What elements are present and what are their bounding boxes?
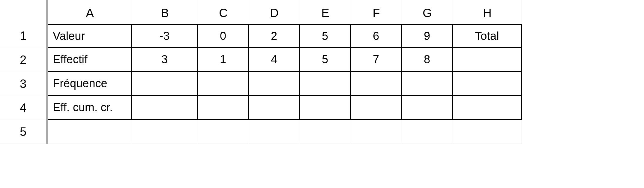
cell-F5[interactable] — [351, 120, 402, 144]
col-header-C[interactable]: C — [198, 0, 249, 27]
cell-C1[interactable]: 0 — [198, 24, 249, 48]
cell-E2[interactable]: 5 — [300, 48, 351, 72]
cell-F2[interactable]: 7 — [351, 48, 402, 72]
col-header-D[interactable]: D — [249, 0, 300, 27]
cell-B4[interactable] — [132, 96, 198, 120]
cell-B2[interactable]: 3 — [132, 48, 198, 72]
row-header-4[interactable]: 4 — [0, 96, 48, 120]
cell-C2[interactable]: 1 — [198, 48, 249, 72]
row-header-3[interactable]: 3 — [0, 72, 48, 96]
col-header-E[interactable]: E — [300, 0, 351, 27]
cell-F1[interactable]: 6 — [351, 24, 402, 48]
row-header-2[interactable]: 2 — [0, 48, 48, 72]
cell-A1[interactable]: Valeur — [48, 24, 132, 48]
cell-E1[interactable]: 5 — [300, 24, 351, 48]
cell-B1[interactable]: -3 — [132, 24, 198, 48]
cell-D5[interactable] — [249, 120, 300, 144]
cell-A5[interactable] — [48, 120, 132, 144]
cell-D1[interactable]: 2 — [249, 24, 300, 48]
row-header-1[interactable]: 1 — [0, 24, 48, 48]
cell-F3[interactable] — [351, 72, 402, 96]
cell-G3[interactable] — [402, 72, 453, 96]
spreadsheet-grid[interactable]: A B C D E F G H 1 Valeur -3 0 2 5 6 9 To… — [0, 0, 644, 144]
col-header-H[interactable]: H — [453, 0, 522, 27]
cell-G5[interactable] — [402, 120, 453, 144]
cell-E3[interactable] — [300, 72, 351, 96]
cell-A4[interactable]: Eff. cum. cr. — [48, 96, 132, 120]
cell-C3[interactable] — [198, 72, 249, 96]
cell-B5[interactable] — [132, 120, 198, 144]
cell-G1[interactable]: 9 — [402, 24, 453, 48]
cell-H4[interactable] — [453, 96, 522, 120]
col-header-F[interactable]: F — [351, 0, 402, 27]
col-header-A[interactable]: A — [48, 0, 132, 27]
select-all-corner[interactable] — [0, 0, 48, 27]
cell-D4[interactable] — [249, 96, 300, 120]
cell-H1[interactable]: Total — [453, 24, 522, 48]
cell-E5[interactable] — [300, 120, 351, 144]
row-header-5[interactable]: 5 — [0, 120, 48, 144]
cell-E4[interactable] — [300, 96, 351, 120]
cell-C5[interactable] — [198, 120, 249, 144]
cell-D2[interactable]: 4 — [249, 48, 300, 72]
cell-H2[interactable] — [453, 48, 522, 72]
cell-D3[interactable] — [249, 72, 300, 96]
cell-A3[interactable]: Fréquence — [48, 72, 132, 96]
cell-H5[interactable] — [453, 120, 522, 144]
col-header-G[interactable]: G — [402, 0, 453, 27]
cell-F4[interactable] — [351, 96, 402, 120]
cell-H3[interactable] — [453, 72, 522, 96]
col-header-B[interactable]: B — [132, 0, 198, 27]
cell-G2[interactable]: 8 — [402, 48, 453, 72]
cell-G4[interactable] — [402, 96, 453, 120]
cell-A2[interactable]: Effectif — [48, 48, 132, 72]
cell-B3[interactable] — [132, 72, 198, 96]
cell-C4[interactable] — [198, 96, 249, 120]
